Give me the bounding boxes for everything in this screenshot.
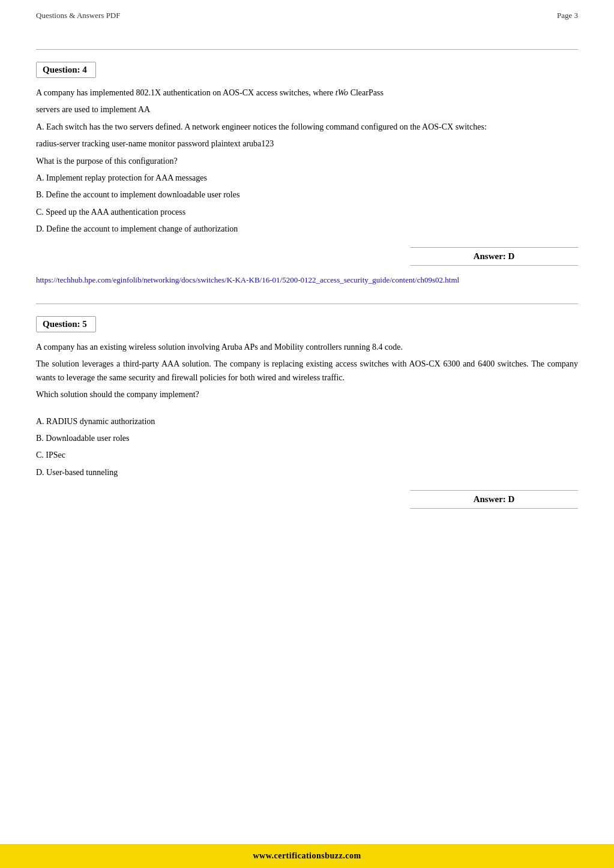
question-4-title-box: Question: 4	[36, 62, 96, 78]
question-5-answer-label: Answer: D	[474, 494, 515, 504]
question-5-title-box: Question: 5	[36, 316, 96, 332]
question-4-reference: https://techhub.hpe.com/eginfolib/networ…	[36, 274, 578, 286]
question-4-line-3: A. Each switch has the two servers defin…	[36, 121, 578, 134]
question-4-line-4: radius-server tracking user-name monitor…	[36, 137, 578, 151]
question-4-reference-text: https://techhub.hpe.com/eginfolib/networ…	[36, 275, 459, 284]
question-5-line-3: Which solution should the company implem…	[36, 388, 578, 401]
question-5-answer-box: Answer: D	[410, 490, 578, 509]
question-5-divider-top	[36, 304, 578, 304]
question-4-option-d: D. Define the account to implement chang…	[36, 223, 578, 236]
main-content: Question: 4 A company has implemented 80…	[0, 26, 614, 575]
question-4-divider-top	[36, 49, 578, 50]
tWo-text: tWo	[336, 88, 348, 97]
header-right-label: Page 3	[557, 11, 578, 20]
question-4-title: Question: 4	[43, 65, 87, 74]
question-5-option-a: A. RADIUS dynamic authorization	[36, 415, 578, 428]
question-5-option-c: C. IPSec	[36, 449, 578, 462]
question-5-option-d: D. User-based tunneling	[36, 466, 578, 479]
question-5-line-1: A company has an existing wireless solut…	[36, 341, 578, 354]
question-4-line-1: A company has implemented 802.1X authent…	[36, 86, 578, 100]
question-4-line-2: servers are used to implement AA	[36, 103, 578, 116]
question-5-option-b: B. Downloadable user roles	[36, 432, 578, 445]
header-left-label: Questions & Answers PDF	[36, 11, 121, 20]
question-4-answer-box: Answer: D	[410, 247, 578, 266]
question-4-answer-label: Answer: D	[474, 251, 515, 261]
question-4-answer-section: Answer: D	[36, 247, 578, 266]
page-header: Questions & Answers PDF Page 3	[0, 0, 614, 26]
question-5-block: Question: 5 A company has an existing wi…	[36, 304, 578, 509]
question-4-block: Question: 4 A company has implemented 80…	[36, 49, 578, 286]
question-4-option-c: C. Speed up the AAA authentication proce…	[36, 206, 578, 219]
footer-text: www.certificationsbuzz.com	[253, 851, 361, 860]
question-5-answer-section: Answer: D	[36, 490, 578, 509]
question-5-line-2: The solution leverages a third-party AAA…	[36, 358, 578, 385]
question-4-option-b: B. Define the account to implement downl…	[36, 188, 578, 202]
question-5-title: Question: 5	[43, 319, 87, 329]
question-4-option-a: A. Implement replay protection for AAA m…	[36, 172, 578, 185]
page-footer: www.certificationsbuzz.com	[0, 844, 614, 868]
question-4-line-5: What is the purpose of this configuratio…	[36, 155, 578, 168]
